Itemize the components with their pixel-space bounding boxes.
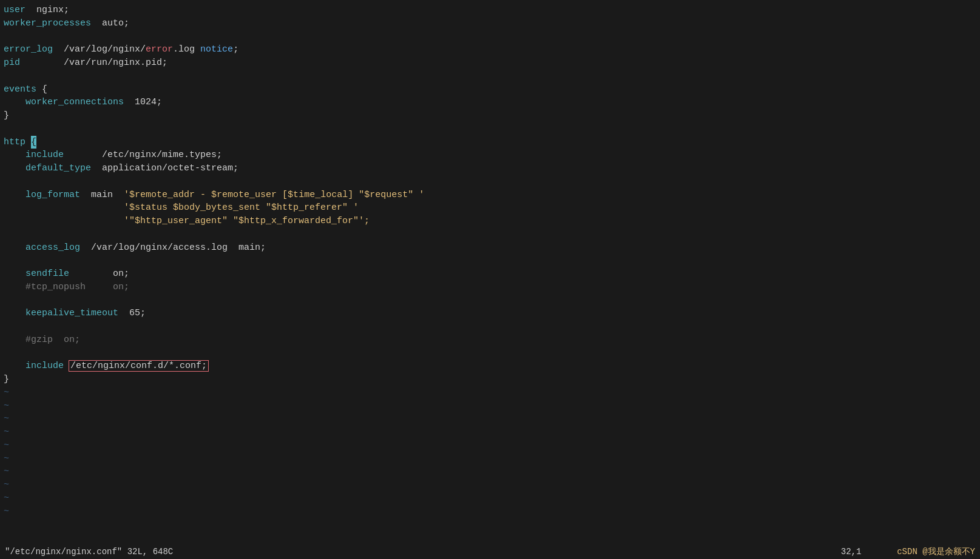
tilde-1: ~ bbox=[0, 386, 980, 400]
status-position: 32,1 cSDN @我是余额不Y bbox=[841, 546, 975, 557]
tilde-9: ~ bbox=[0, 492, 980, 505]
code-line-16: '$status $body_bytes_sent "$http_referer… bbox=[0, 201, 980, 215]
code-line-6 bbox=[0, 70, 980, 83]
code-line-22: #tcp_nopush on; bbox=[0, 281, 980, 294]
code-line-29: } bbox=[0, 373, 980, 386]
code-line-24: keepalive_timeout 65; bbox=[0, 307, 980, 320]
code-line-20 bbox=[0, 254, 980, 267]
status-brand: cSDN @我是余额不Y bbox=[897, 547, 975, 557]
code-line-27 bbox=[0, 347, 980, 360]
code-line-3 bbox=[0, 30, 980, 44]
code-line-21: sendfile on; bbox=[0, 267, 980, 281]
status-bar: "/etc/nginx/nginx.conf" 32L, 648C 32,1 c… bbox=[0, 544, 980, 559]
code-line-25 bbox=[0, 320, 980, 333]
code-line-10 bbox=[0, 122, 980, 136]
code-line-15: log_format main '$remote_addr - $remote_… bbox=[0, 189, 980, 202]
code-line-14 bbox=[0, 175, 980, 189]
code-line-17: '"$http_user_agent" "$http_x_forwarded_f… bbox=[0, 215, 980, 228]
tilde-6: ~ bbox=[0, 452, 980, 466]
code-line-11: http { bbox=[0, 136, 980, 149]
code-line-5: pid /var/run/nginx.pid; bbox=[0, 56, 980, 70]
code-line-23 bbox=[0, 294, 980, 307]
status-file-info: "/etc/nginx/nginx.conf" 32L, 648C bbox=[5, 547, 173, 557]
tilde-8: ~ bbox=[0, 478, 980, 492]
code-line-7: events { bbox=[0, 83, 980, 96]
code-line-1: user nginx; bbox=[0, 4, 980, 17]
code-line-4: error_log /var/log/nginx/error.log notic… bbox=[0, 43, 980, 56]
code-line-13: default_type application/octet-stream; bbox=[0, 162, 980, 175]
code-line-19: access_log /var/log/nginx/access.log mai… bbox=[0, 241, 980, 255]
code-line-9: } bbox=[0, 109, 980, 122]
code-line-28: include /etc/nginx/conf.d/*.conf; bbox=[0, 360, 980, 373]
status-line-col: 32,1 bbox=[841, 547, 862, 557]
code-line-26: #gzip on; bbox=[0, 333, 980, 347]
tilde-3: ~ bbox=[0, 412, 980, 426]
code-editor[interactable]: user nginx; worker_processes auto; error… bbox=[0, 0, 980, 559]
tilde-4: ~ bbox=[0, 426, 980, 439]
tilde-7: ~ bbox=[0, 465, 980, 478]
code-line-12: include /etc/nginx/mime.types; bbox=[0, 149, 980, 162]
tilde-5: ~ bbox=[0, 439, 980, 452]
code-line-8: worker_connections 1024; bbox=[0, 96, 980, 109]
tilde-2: ~ bbox=[0, 400, 980, 413]
code-line-18 bbox=[0, 228, 980, 241]
tilde-10: ~ bbox=[0, 505, 980, 518]
code-line-2: worker_processes auto; bbox=[0, 17, 980, 30]
